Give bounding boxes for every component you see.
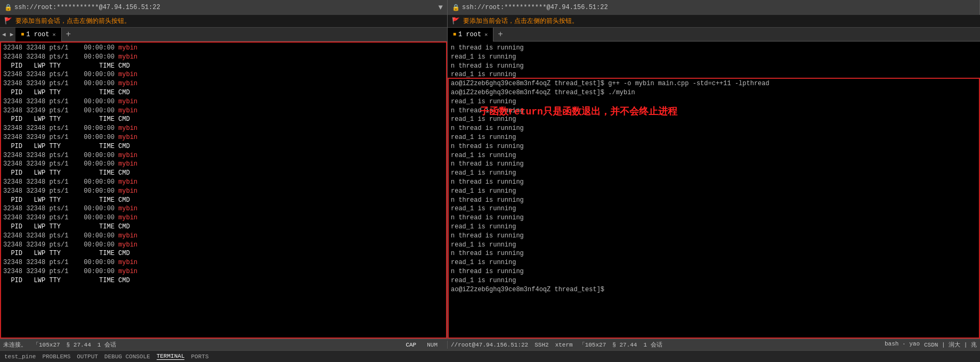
list-item: read_1 is running — [451, 241, 977, 250]
list-item: n thread is running — [451, 160, 977, 169]
table-row: 32348 32349 pts/1 00:00:00 mybin — [3, 160, 444, 169]
table-row: 32348 32349 pts/1 00:00:00 mybin — [3, 241, 444, 250]
right-warning-bar: 🚩 要添加当前会话，点击左侧的箭头按钮。 — [448, 15, 980, 28]
table-row: 32348 32348 pts/1 00:00:00 mybin — [3, 97, 444, 106]
left-title-text: ssh://root:***********@47.94.156.51:22 — [14, 4, 160, 11]
tab-icon-left: ■ — [21, 31, 24, 37]
table-row: 32348 32349 pts/1 00:00:00 mybin — [3, 106, 444, 116]
xterm-label: xterm — [555, 342, 573, 348]
table-row: PID LWP TTY TIME CMD — [3, 196, 444, 205]
tab-icon-right: ■ — [453, 31, 456, 37]
csdn-label: CSDN | 润大 | 兆 — [924, 341, 977, 349]
table-row: 32348 32348 pts/1 00:00:00 mybin — [3, 53, 444, 62]
status-bar: 未连接。 「105x27 § 27.44 1 会话 CAP NUM //root… — [0, 339, 980, 350]
list-item: read_1 is running — [451, 97, 977, 106]
right-titlebar: 🔒 ssh://root:***********@47.94.156.51:22 — [448, 0, 980, 15]
list-item: ao@iZ2zeb6ghq39ce8m3nf4oqZ thread_test]$… — [451, 79, 977, 88]
table-row: 32348 32349 pts/1 00:00:00 mybin — [3, 133, 444, 142]
lock-icon-right: 🔒 — [452, 4, 460, 12]
table-row: 32348 32348 pts/1 00:00:00 mybin — [3, 258, 444, 267]
table-row: 32348 32349 pts/1 00:00:00 mybin — [3, 267, 444, 276]
list-item: read_1 is running — [451, 187, 977, 196]
connection-status: 未连接。 — [3, 341, 27, 349]
list-item: n thread is running — [451, 178, 977, 187]
list-item: read_1 is running — [451, 115, 977, 124]
flag-icon-left: 🚩 — [4, 17, 12, 25]
table-row: PID LWP TTY TIME CMD — [3, 249, 444, 258]
right-title-text: ssh://root:***********@47.94.156.51:22 — [462, 4, 608, 11]
left-warning-bar: 🚩 要添加当前会话，点击左侧的箭头按钮。 — [0, 15, 447, 28]
bottom-test-pine[interactable]: test_pine — [4, 353, 36, 360]
right-terminal[interactable]: n thread is runningread_1 is runningn th… — [448, 42, 980, 339]
left-tab-add[interactable]: + — [62, 28, 76, 42]
table-row: PID LWP TTY TIME CMD — [3, 62, 444, 71]
table-row: PID LWP TTY TIME CMD — [3, 276, 444, 285]
left-tab-close[interactable]: ✕ — [52, 31, 55, 38]
lock-icon-left: 🔒 — [4, 4, 12, 12]
list-item: ao@iZ2zeb6ghq39ce8m3nf4oqZ thread_test]$ — [451, 285, 977, 294]
right-tab-bar: ■ 1 root ✕ + — [448, 28, 980, 42]
left-nav-fwd[interactable]: ▶ — [8, 31, 16, 38]
right-tab-label: 1 root — [458, 31, 481, 38]
table-row: 32348 32348 pts/1 00:00:00 mybin — [3, 178, 444, 187]
right-pos: § 27.44 — [612, 342, 637, 348]
list-item: read_1 is running — [451, 70, 977, 79]
list-item: n thread is running — [451, 249, 977, 258]
table-row: 32348 32349 pts/1 00:00:00 mybin — [3, 187, 444, 196]
flag-icon-right: 🚩 — [452, 17, 460, 25]
list-item: n thread is running — [451, 106, 977, 116]
bottom-debug[interactable]: DEBUG CONSOLE — [104, 353, 150, 360]
right-user: bash · yao — [885, 341, 920, 349]
left-tab-label: 1 root — [26, 31, 49, 38]
right-tab-root[interactable]: ■ 1 root ✕ — [448, 28, 493, 42]
list-item: read_1 is running — [451, 53, 977, 62]
list-item: n thread is running — [451, 213, 977, 223]
left-warning-text: 要添加当前会话，点击左侧的箭头按钮。 — [15, 17, 131, 26]
list-item: read_1 is running — [451, 223, 977, 232]
left-sessions: 1 会话 — [98, 341, 116, 349]
bottom-terminal[interactable]: TERMINAL — [157, 353, 185, 360]
bottom-output[interactable]: OUTPUT — [77, 353, 98, 360]
left-tab-bar: ◀ ▶ ■ 1 root ✕ + — [0, 28, 447, 42]
bottom-bar: test_pine PROBLEMS OUTPUT DEBUG CONSOLE … — [0, 350, 980, 362]
list-item: read_1 is running — [451, 258, 977, 267]
table-row: 32348 32348 pts/1 00:00:00 mybin — [3, 151, 444, 160]
right-status-bar: //root@47.94.156.51:22 SSH2 xterm 「105x2… — [448, 341, 980, 349]
list-item: n thread is running — [451, 196, 977, 205]
bottom-ports[interactable]: PORTS — [191, 353, 208, 360]
table-row: 32348 32349 pts/1 00:00:00 mybin — [3, 79, 444, 88]
table-row: 32348 32348 pts/1 00:00:00 mybin — [3, 44, 444, 53]
num-indicator: NUM — [427, 342, 438, 348]
right-tab-close[interactable]: ✕ — [484, 31, 488, 38]
list-item: read_1 is running — [451, 133, 977, 142]
ssh2-label: SSH2 — [534, 342, 548, 348]
cap-indicator: CAP — [406, 342, 416, 348]
right-sessions: 1 会话 — [643, 341, 662, 349]
left-status-bar: 未连接。 「105x27 § 27.44 1 会话 CAP NUM — [0, 341, 448, 349]
left-size: 「105x27 — [33, 341, 60, 349]
list-item: read_1 is running — [451, 151, 977, 160]
table-row: 32348 32348 pts/1 00:00:00 mybin — [3, 70, 444, 79]
bottom-problems[interactable]: PROBLEMS — [42, 353, 70, 360]
table-row: 32348 32349 pts/1 00:00:00 mybin — [3, 213, 444, 223]
left-tab-root[interactable]: ■ 1 root ✕ — [15, 28, 61, 42]
left-nav-back[interactable]: ◀ — [0, 31, 8, 38]
list-item: n thread is running — [451, 62, 977, 71]
right-tab-add[interactable]: + — [493, 28, 507, 42]
table-row: PID LWP TTY TIME CMD — [3, 223, 444, 232]
list-item: read_1 is running — [451, 169, 977, 178]
right-size: 「105x27 — [579, 341, 606, 349]
table-row: 32348 32348 pts/1 00:00:00 mybin — [3, 232, 444, 241]
list-item: n thread is running — [451, 124, 977, 133]
right-path: //root@47.94.156.51:22 — [451, 342, 528, 348]
table-row: PID LWP TTY TIME CMD — [3, 142, 444, 151]
left-titlebar: 🔒 ssh://root:***********@47.94.156.51:22… — [0, 0, 448, 15]
left-terminal[interactable]: 32348 32348 pts/1 00:00:00 mybin32348 32… — [0, 42, 447, 339]
list-item: n thread is running — [451, 142, 977, 151]
list-item: n thread is running — [451, 232, 977, 241]
list-item: ao@iZ2zeb6ghq39ce8m3nf4oqZ thread_test]$… — [451, 88, 977, 97]
table-row: PID LWP TTY TIME CMD — [3, 88, 444, 97]
table-row: PID LWP TTY TIME CMD — [3, 115, 444, 124]
table-row: 32348 32348 pts/1 00:00:00 mybin — [3, 124, 444, 133]
list-item: read_1 is running — [451, 276, 977, 285]
